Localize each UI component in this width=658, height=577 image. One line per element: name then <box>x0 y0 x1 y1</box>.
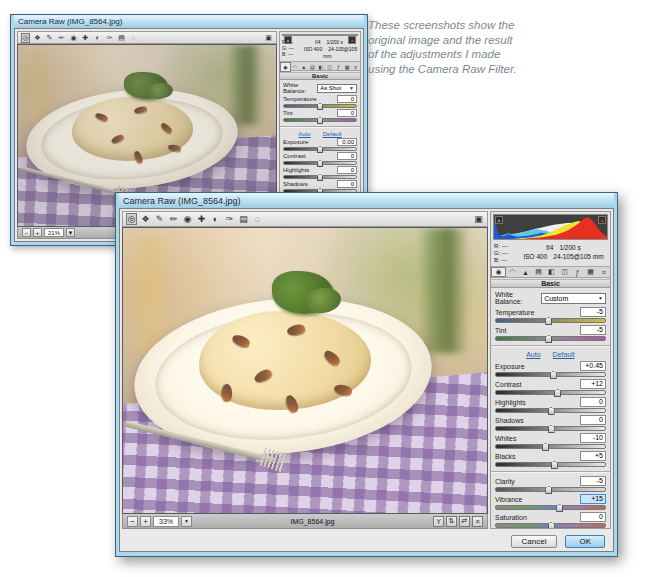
exposure-value-input[interactable]: +0.45 <box>580 361 606 371</box>
clarity-value-input[interactable]: -5 <box>580 476 606 486</box>
radial-filter-tool-icon[interactable]: ◌ <box>252 213 263 225</box>
zoom-in-button[interactable]: + <box>33 228 42 237</box>
highlights-value-input[interactable]: 0 <box>580 397 606 407</box>
highlights-slider-track[interactable] <box>283 175 357 179</box>
tab-tone-curve-icon[interactable]: ◠ <box>291 62 300 72</box>
vibrance-slider-track[interactable] <box>495 505 606 510</box>
zoom-in-button[interactable]: + <box>140 516 151 527</box>
hand-tool-icon[interactable]: ❖ <box>33 33 42 43</box>
tint-slider-knob[interactable] <box>545 335 552 343</box>
highlight-clipping-indicator[interactable]: ▲ <box>348 36 356 44</box>
tab-hsl-grayscale-icon[interactable]: ▤ <box>532 267 545 277</box>
contrast-value-input[interactable]: 0 <box>337 152 357 160</box>
temperature-slider-track[interactable] <box>283 104 357 108</box>
clarity-slider-track[interactable] <box>495 487 606 492</box>
adjustment-brush-tool-icon[interactable]: ✑ <box>105 33 114 43</box>
tint-slider-knob[interactable] <box>317 117 323 124</box>
tab-tone-curve-icon[interactable]: ◠ <box>506 267 519 277</box>
window-titlebar[interactable]: Camera Raw (IMG_8564.jpg) <box>119 193 614 208</box>
contrast-slider-track[interactable] <box>283 161 357 165</box>
color-sampler-tool-icon[interactable]: ✏ <box>168 213 179 225</box>
highlights-slider-knob[interactable] <box>548 407 555 415</box>
highlights-slider-track[interactable] <box>495 408 606 413</box>
tab-detail-icon[interactable]: ▲ <box>519 267 532 277</box>
highlights-slider-knob[interactable] <box>317 174 323 181</box>
tint-value-input[interactable]: -5 <box>580 325 606 335</box>
targeted-adjustment-tool-icon[interactable]: ◉ <box>69 33 78 43</box>
tab-split-toning-icon[interactable]: ◧ <box>317 62 326 72</box>
whites-slider-track[interactable] <box>495 444 606 449</box>
zoom-level-input[interactable]: 21% <box>44 228 64 237</box>
window-titlebar[interactable]: Camera Raw (IMG_8564.jpg) <box>14 15 364 28</box>
highlights-value-input[interactable]: 0 <box>337 166 357 174</box>
exposure-slider-knob[interactable] <box>550 371 557 379</box>
temperature-value-input[interactable]: -5 <box>580 307 606 317</box>
white-balance-select[interactable]: As Shot▼ <box>317 84 357 93</box>
zoom-out-button[interactable]: − <box>22 228 31 237</box>
toggle-dialog-icon[interactable]: ▣ <box>264 33 273 43</box>
saturation-slider-knob[interactable] <box>548 522 555 529</box>
contrast-slider-knob[interactable] <box>317 160 323 167</box>
temperature-value-input[interactable]: 0 <box>337 95 357 103</box>
tab-presets-icon[interactable]: ≡ <box>597 267 610 277</box>
tab-detail-icon[interactable]: ▲ <box>299 62 308 72</box>
ok-button[interactable]: OK <box>565 535 605 548</box>
tab-lens-corrections-icon[interactable]: ◫ <box>558 267 571 277</box>
tab-camera-calibration-icon[interactable]: ▦ <box>584 267 597 277</box>
graduated-filter-tool-icon[interactable]: ▤ <box>117 33 126 43</box>
zoom-tool-icon[interactable]: ◎ <box>126 213 137 225</box>
white-balance-tool-icon[interactable]: ✎ <box>154 213 165 225</box>
tab-effects-icon[interactable]: ƒ <box>571 267 584 277</box>
tab-hsl-grayscale-icon[interactable]: ▤ <box>308 62 317 72</box>
shadows-value-input[interactable]: 0 <box>337 180 357 188</box>
zoom-out-button[interactable]: − <box>127 516 138 527</box>
tint-slider-track[interactable] <box>283 118 357 122</box>
cycle-preview-icon[interactable]: ⇅ <box>446 516 457 527</box>
blacks-slider-knob[interactable] <box>551 461 558 469</box>
vibrance-slider-knob[interactable] <box>556 504 563 512</box>
tab-presets-icon[interactable]: ≡ <box>351 62 360 72</box>
zoom-level-dropdown[interactable]: ▼ <box>181 516 192 527</box>
tint-slider-track[interactable] <box>495 336 606 341</box>
temperature-slider-knob[interactable] <box>545 317 552 325</box>
tab-lens-corrections-icon[interactable]: ◫ <box>325 62 334 72</box>
tab-basic-icon[interactable]: ◉ <box>280 62 291 72</box>
zoom-level-input[interactable]: 33% <box>153 516 179 527</box>
spot-removal-tool-icon[interactable]: ✚ <box>81 33 90 43</box>
spot-removal-tool-icon[interactable]: ✚ <box>196 213 207 225</box>
default-link[interactable]: Default <box>553 351 575 358</box>
blacks-value-input[interactable]: +5 <box>580 451 606 461</box>
contrast-slider-knob[interactable] <box>554 389 561 397</box>
shadow-clipping-indicator[interactable]: ▲ <box>495 216 503 224</box>
swap-settings-icon[interactable]: ⇄ <box>459 516 470 527</box>
saturation-slider-track[interactable] <box>495 523 606 528</box>
highlight-clipping-indicator[interactable]: ▲ <box>598 216 606 224</box>
shadows-slider-knob[interactable] <box>548 425 555 433</box>
adjustment-brush-tool-icon[interactable]: ✑ <box>224 213 235 225</box>
toggle-dialog-icon[interactable]: ▣ <box>473 213 484 225</box>
hand-tool-icon[interactable]: ❖ <box>140 213 151 225</box>
zoom-tool-icon[interactable]: ◎ <box>21 33 30 43</box>
before-after-y-icon[interactable]: Y <box>433 516 444 527</box>
tab-camera-calibration-icon[interactable]: ▦ <box>343 62 352 72</box>
exposure-slider-track[interactable] <box>283 147 357 151</box>
blacks-slider-track[interactable] <box>495 462 606 467</box>
exposure-slider-knob[interactable] <box>317 146 323 153</box>
whites-slider-knob[interactable] <box>542 443 549 451</box>
graduated-filter-tool-icon[interactable]: ▤ <box>238 213 249 225</box>
zoom-level-dropdown[interactable]: ▼ <box>66 228 75 237</box>
saturation-value-input[interactable]: 0 <box>580 512 606 522</box>
exposure-slider-track[interactable] <box>495 372 606 377</box>
red-eye-tool-icon[interactable]: ◐ <box>210 213 221 225</box>
whites-value-input[interactable]: -10 <box>580 433 606 443</box>
red-eye-tool-icon[interactable]: ◐ <box>93 33 102 43</box>
tab-effects-icon[interactable]: ƒ <box>334 62 343 72</box>
cancel-button[interactable]: Cancel <box>511 535 558 548</box>
shadow-clipping-indicator[interactable]: ▲ <box>284 36 292 44</box>
temperature-slider-track[interactable] <box>495 318 606 323</box>
radial-filter-tool-icon[interactable]: ◌ <box>129 33 138 43</box>
white-balance-select[interactable]: Custom▼ <box>541 293 606 304</box>
contrast-slider-track[interactable] <box>495 390 606 395</box>
exposure-value-input[interactable]: 0.00 <box>337 138 357 146</box>
clarity-slider-knob[interactable] <box>545 486 552 494</box>
